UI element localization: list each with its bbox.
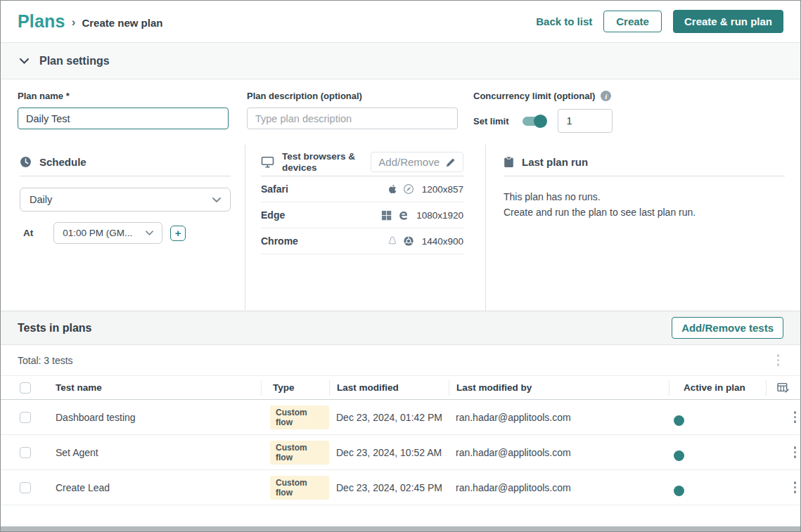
resolution-value: 1080x1920: [416, 210, 463, 221]
breadcrumb-separator: ›: [72, 15, 76, 30]
last-modified-by: ran.hadar@applitools.com: [449, 447, 669, 458]
header-actions: Back to list Create Create & run plan: [536, 10, 783, 33]
row-checkbox[interactable]: [20, 447, 31, 458]
last-run-empty-line1: This plan has no runs.: [504, 190, 785, 205]
chrome-icon: [403, 235, 414, 247]
plan-description-input[interactable]: [247, 108, 458, 129]
row-menu-icon[interactable]: [790, 479, 801, 496]
last-run-title: Last plan run: [522, 156, 588, 168]
tests-in-plans-header: Tests in plans Add/Remove tests: [1, 311, 800, 345]
add-time-button[interactable]: +: [170, 226, 186, 241]
monitor-icon: [261, 156, 274, 168]
test-type-badge: Custom flow: [270, 476, 329, 500]
create-button[interactable]: Create: [603, 11, 662, 32]
window-edge: [1, 526, 800, 531]
windows-icon: [381, 210, 392, 221]
select-all-checkbox[interactable]: [20, 382, 31, 394]
plan-description-field: Plan description (optional): [247, 91, 458, 145]
chevron-down-icon: [146, 231, 153, 235]
at-label: At: [23, 228, 33, 238]
column-last-modified-by[interactable]: Last modified by: [449, 380, 669, 396]
plan-name-field: Plan name *: [18, 91, 229, 145]
pencil-icon: [446, 157, 456, 167]
concurrency-limit-input[interactable]: [558, 109, 613, 133]
browser-name: Safari: [261, 183, 288, 195]
add-remove-tests-button[interactable]: Add/Remove tests: [672, 317, 783, 339]
table-menu-icon[interactable]: [773, 351, 784, 369]
last-modified-by: ran.hadar@applitools.com: [449, 412, 669, 423]
edge-icon: [397, 209, 409, 221]
tests-table-header: Test name Type Last modified Last modifi…: [1, 376, 800, 400]
browser-row-edge: Edge 1080x1920: [261, 202, 463, 228]
test-name: Set Agent: [44, 447, 261, 458]
browser-name: Chrome: [261, 235, 298, 247]
browser-row-safari: Safari 1200x857: [261, 176, 463, 202]
page-footer: [1, 505, 800, 531]
resolution-value: 1440x900: [422, 236, 463, 247]
clock-icon: [20, 156, 32, 168]
test-type-badge: Custom flow: [270, 406, 329, 429]
page-title: Create new plan: [82, 17, 162, 29]
resolution-value: 1200x857: [422, 184, 463, 195]
row-menu-icon[interactable]: [790, 443, 801, 461]
chevron-down-icon: [20, 58, 29, 64]
chevron-down-icon: [212, 197, 221, 202]
create-plan-page: Plans › Create new plan Back to list Cre…: [0, 0, 801, 532]
set-limit-toggle[interactable]: [523, 117, 546, 126]
browser-row-chrome: Chrome 1440x900: [261, 228, 463, 254]
last-modified: Dec 23, 2024, 02:45 PM: [329, 482, 449, 493]
linux-icon: [387, 235, 397, 247]
breadcrumb-plans[interactable]: Plans: [18, 11, 65, 32]
info-icon[interactable]: i: [601, 91, 611, 101]
plan-details-columns: Schedule Daily At 01:00 PM (GM... +: [1, 145, 800, 311]
edit-columns-icon[interactable]: [766, 380, 800, 396]
plan-name-label: Plan name *: [18, 91, 229, 101]
last-run-empty-line2: Create and run the plan to see last plan…: [504, 205, 785, 221]
last-modified: Dec 23, 2024, 10:52 AM: [329, 447, 449, 458]
browsers-title: Test browsers & devices: [282, 151, 363, 174]
test-row-2: Set Agent Custom flow Dec 23, 2024, 10:5…: [1, 435, 800, 470]
schedule-section: Schedule Daily At 01:00 PM (GM... +: [1, 145, 245, 311]
test-name: Dashboard testing: [44, 412, 261, 423]
add-remove-label: Add/Remove: [378, 156, 440, 168]
tests-in-plans-title: Tests in plans: [18, 322, 92, 335]
last-modified-by: ran.hadar@applitools.com: [449, 482, 669, 493]
plan-form: Plan name * Plan description (optional) …: [1, 79, 800, 145]
last-modified: Dec 23, 2024, 01:42 PM: [329, 412, 449, 423]
plan-description-label: Plan description (optional): [247, 91, 458, 101]
add-remove-browsers-button[interactable]: Add/Remove: [371, 152, 463, 172]
time-value: 01:00 PM (GM...: [63, 228, 132, 238]
time-select[interactable]: 01:00 PM (GM...: [53, 222, 162, 244]
test-row-1: Dashboard testing Custom flow Dec 23, 20…: [1, 400, 800, 435]
apple-icon: [387, 183, 397, 195]
plan-name-input[interactable]: [18, 108, 229, 129]
browser-name: Edge: [261, 209, 285, 221]
frequency-select[interactable]: Daily: [20, 188, 231, 212]
concurrency-label: Concurrency limit (optional): [473, 91, 595, 101]
set-limit-label: Set limit: [473, 116, 509, 126]
last-run-section: Last plan run This plan has no runs. Cre…: [486, 145, 800, 311]
row-checkbox[interactable]: [20, 482, 31, 493]
row-checkbox[interactable]: [20, 412, 31, 423]
schedule-title: Schedule: [39, 156, 86, 168]
column-active-in-plan[interactable]: Active in plan: [669, 380, 766, 396]
row-menu-icon[interactable]: [790, 408, 801, 426]
safari-icon: [403, 183, 414, 195]
test-row-3: Create Lead Custom flow Dec 23, 2024, 02…: [1, 470, 800, 505]
plan-settings-header[interactable]: Plan settings: [1, 43, 800, 79]
total-tests-count: Total: 3 tests: [18, 355, 73, 366]
column-test-name[interactable]: Test name: [44, 380, 261, 396]
column-last-modified[interactable]: Last modified: [329, 380, 449, 396]
column-type[interactable]: Type: [261, 380, 329, 396]
create-and-run-button[interactable]: Create & run plan: [673, 10, 783, 33]
tests-toolbar: Total: 3 tests: [1, 345, 800, 376]
concurrency-field: Concurrency limit (optional) i Set limit: [473, 91, 613, 145]
clipboard-icon: [504, 156, 514, 168]
top-header: Plans › Create new plan Back to list Cre…: [1, 1, 800, 43]
plan-settings-title: Plan settings: [39, 55, 110, 67]
frequency-value: Daily: [30, 194, 52, 205]
test-name: Create Lead: [44, 482, 261, 493]
test-type-badge: Custom flow: [270, 441, 329, 465]
back-to-list-link[interactable]: Back to list: [536, 15, 592, 27]
browsers-section: Test browsers & devices Add/Remove Safar…: [245, 145, 486, 311]
